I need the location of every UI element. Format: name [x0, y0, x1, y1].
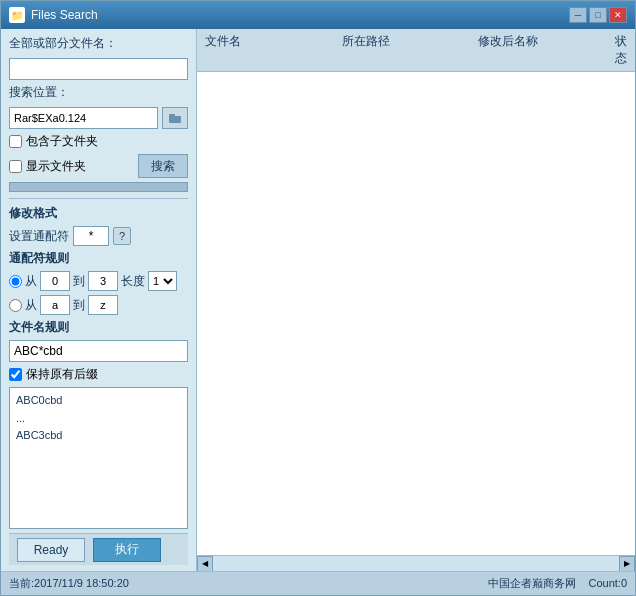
progress-bar	[9, 182, 188, 192]
from-value-1[interactable]	[40, 271, 70, 291]
close-button[interactable]: ✕	[609, 7, 627, 23]
scroll-left-button[interactable]: ◀	[197, 556, 213, 572]
numeric-range-radio[interactable]	[9, 275, 22, 288]
filename-rule-input[interactable]	[9, 340, 188, 362]
ready-button[interactable]: Ready	[17, 538, 85, 562]
from-label-1: 从	[25, 273, 37, 290]
filename-label: 全部或部分文件名：	[9, 35, 188, 52]
keep-suffix-label: 保持原有后缀	[26, 366, 98, 383]
right-panel: 文件名 所在路径 修改后名称 状态 ◀ ▶	[197, 29, 635, 571]
window-title: Files Search	[31, 8, 569, 22]
to-label-2: 到	[73, 297, 85, 314]
filename-rule-label: 文件名规则	[9, 319, 188, 336]
left-panel: 全部或部分文件名： 搜索位置： 包含子文件夹 显示文件夹	[1, 29, 197, 571]
title-bar: 📁 Files Search ─ □ ✕	[1, 1, 635, 29]
help-button[interactable]: ?	[113, 227, 131, 245]
length-label: 长度	[121, 273, 145, 290]
preview-line-last: ABC3cbd	[16, 427, 181, 445]
col-filename: 文件名	[205, 33, 342, 67]
keep-suffix-row: 保持原有后缀	[9, 366, 188, 383]
show-folders-row: 显示文件夹	[9, 158, 134, 175]
preview-area: ABC0cbd ... ABC3cbd	[9, 387, 188, 529]
include-subfolders-label: 包含子文件夹	[26, 133, 98, 150]
table-body	[197, 72, 635, 555]
scroll-right-button[interactable]: ▶	[619, 556, 635, 572]
to-value-1[interactable]	[88, 271, 118, 291]
search-location-row	[9, 107, 188, 129]
table-header: 文件名 所在路径 修改后名称 状态	[197, 29, 635, 72]
minimize-button[interactable]: ─	[569, 7, 587, 23]
bottom-bar: Ready 执行	[9, 533, 188, 565]
window-controls: ─ □ ✕	[569, 7, 627, 23]
keep-suffix-checkbox[interactable]	[9, 368, 22, 381]
scroll-track[interactable]	[213, 556, 619, 572]
svg-rect-0	[169, 116, 181, 123]
modify-format-label: 修改格式	[9, 205, 188, 222]
search-location-input[interactable]	[9, 107, 158, 129]
app-icon: 📁	[9, 7, 25, 23]
length-select[interactable]: 1 2 3	[148, 271, 177, 291]
app-window: 📁 Files Search ─ □ ✕ 全部或部分文件名： 搜索位置：	[0, 0, 636, 596]
website-label: 中国企者巅商务网 Count:0	[488, 576, 627, 591]
show-folders-label: 显示文件夹	[26, 158, 86, 175]
wildcard-label: 设置通配符	[9, 228, 69, 245]
preview-line-1: ABC0cbd	[16, 392, 181, 410]
col-status: 状态	[615, 33, 627, 67]
to-value-2[interactable]	[88, 295, 118, 315]
svg-rect-1	[169, 114, 175, 117]
status-bar: 当前:2017/11/9 18:50:20 中国企者巅商务网 Count:0	[1, 571, 635, 595]
include-subfolders-row: 包含子文件夹	[9, 133, 188, 150]
main-content: 全部或部分文件名： 搜索位置： 包含子文件夹 显示文件夹	[1, 29, 635, 571]
wildcard-rules-label: 通配符规则	[9, 250, 188, 267]
browse-button[interactable]	[162, 107, 188, 129]
col-modified-name: 修改后名称	[478, 33, 615, 67]
show-folders-checkbox[interactable]	[9, 160, 22, 173]
alpha-range-row: 从 到	[9, 295, 188, 315]
wildcard-row: 设置通配符 ?	[9, 226, 188, 246]
search-location-label: 搜索位置：	[9, 84, 188, 101]
maximize-button[interactable]: □	[589, 7, 607, 23]
to-label-1: 到	[73, 273, 85, 290]
horizontal-scrollbar[interactable]: ◀ ▶	[197, 555, 635, 571]
website-text: 中国企者巅商务网	[488, 577, 576, 589]
datetime-label: 当前:2017/11/9 18:50:20	[9, 576, 129, 591]
divider-1	[9, 198, 188, 199]
execute-button[interactable]: 执行	[93, 538, 161, 562]
include-subfolders-checkbox[interactable]	[9, 135, 22, 148]
numeric-range-row: 从 到 长度 1 2 3	[9, 271, 188, 291]
preview-line-dots: ...	[16, 410, 181, 428]
search-button[interactable]: 搜索	[138, 154, 188, 178]
col-path: 所在路径	[342, 33, 479, 67]
count-label: Count:0	[588, 577, 627, 589]
wildcard-input[interactable]	[73, 226, 109, 246]
from-value-2[interactable]	[40, 295, 70, 315]
from-label-2: 从	[25, 297, 37, 314]
search-row: 显示文件夹 搜索	[9, 154, 188, 178]
alpha-range-radio[interactable]	[9, 299, 22, 312]
filename-input[interactable]	[9, 58, 188, 80]
